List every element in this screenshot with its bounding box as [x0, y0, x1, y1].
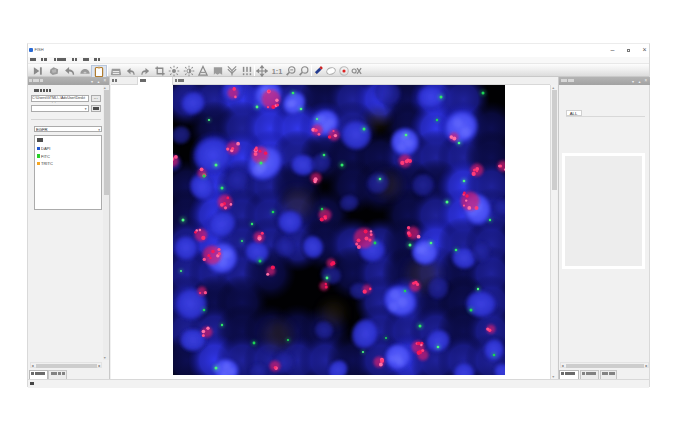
svg-text:1:1: 1:1 — [271, 66, 282, 75]
